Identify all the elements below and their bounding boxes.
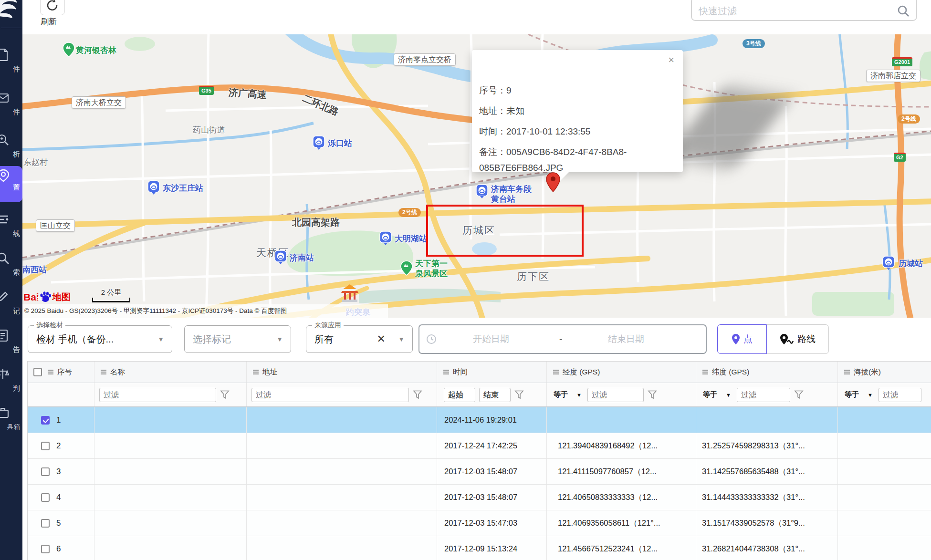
red-marker-pin[interactable] xyxy=(545,172,561,193)
header-address[interactable]: 地址 xyxy=(247,362,437,383)
longitude-filter-input[interactable] xyxy=(587,388,644,402)
row-number: 1 xyxy=(56,415,61,425)
source-app-select[interactable]: 来源应用 所有 ✕ ▼ xyxy=(306,325,413,353)
sidebar-item-timeline[interactable]: 线 xyxy=(0,212,22,246)
altitude-filter-input[interactable] xyxy=(879,388,921,402)
date-range-picker[interactable]: 开始日期 - 结束日期 xyxy=(418,324,707,354)
sidebar-item-toolbox[interactable]: 具箱 xyxy=(0,405,22,439)
map-label-station[interactable]: 济南车务段 黄台站 xyxy=(491,184,532,205)
map-label-station[interactable]: 济南站 xyxy=(290,253,314,263)
row-checkbox[interactable] xyxy=(41,519,50,528)
map-label-scenic[interactable]: 天下第一 泉风景区 xyxy=(415,259,448,279)
funnel-icon[interactable] xyxy=(413,390,422,399)
map-label-scenic[interactable]: 黄河银杏林 xyxy=(76,45,116,55)
green-poi-icon[interactable] xyxy=(400,260,413,276)
metro-station-icon[interactable] xyxy=(882,256,895,270)
header-latitude[interactable]: 纬度 (GPS) xyxy=(696,362,838,383)
clear-icon[interactable]: ✕ xyxy=(377,333,386,345)
map-label-interchange: 匡山立交 xyxy=(36,219,75,232)
map-canvas[interactable]: 黄河银杏林 济南天桥立交 G35 济广高速 二环北路 药山街道 泺口站 东沙王庄… xyxy=(22,34,931,318)
close-icon[interactable]: × xyxy=(668,54,674,66)
select-all-checkbox[interactable] xyxy=(33,368,42,376)
cell-altitude xyxy=(838,433,931,458)
row-checkbox[interactable] xyxy=(41,442,50,450)
header-altitude[interactable]: 海拔(米) xyxy=(838,362,931,383)
metro-station-icon[interactable] xyxy=(147,180,160,195)
chevron-down-icon[interactable]: ▼ xyxy=(157,335,164,343)
row-checkbox[interactable] xyxy=(41,493,50,502)
sidebar-item-judgment[interactable]: 判 xyxy=(0,367,22,400)
table-row[interactable]: 2 2017-12-24 17:42:25 121.39404839168492… xyxy=(28,433,931,459)
map-label-elevated-road: 北园高架路 xyxy=(292,217,340,228)
metro-station-icon[interactable] xyxy=(274,250,287,265)
sidebar-item-report[interactable]: 告 xyxy=(0,328,22,362)
cell-longitude: 121.4069356058611（121°... xyxy=(547,510,696,536)
map-label-station[interactable]: 东沙王庄站 xyxy=(163,183,203,193)
header-time[interactable]: 时间 xyxy=(437,362,547,383)
green-poi-icon[interactable] xyxy=(63,42,75,57)
row-checkbox[interactable] xyxy=(41,416,50,425)
time-start-input[interactable] xyxy=(444,388,475,402)
cell-address xyxy=(247,459,437,484)
table-row[interactable]: 1 2024-11-06 19:29:01 xyxy=(28,407,931,433)
popup-note: 备注：005A9CB6-84D2-4F47-8BA8- xyxy=(479,146,627,158)
header-longitude[interactable]: 经度 (GPS) xyxy=(547,362,696,383)
chevron-down-icon: ▼ xyxy=(868,392,873,398)
map-label-station[interactable]: 南西站 xyxy=(22,265,47,275)
sidebar-item-mail[interactable]: 件 xyxy=(0,91,22,124)
map-scale: 2 公里 xyxy=(92,288,130,302)
sidebar-item-file[interactable]: 件 xyxy=(0,48,22,81)
cell-name xyxy=(94,536,247,560)
metro-station-icon[interactable] xyxy=(476,184,488,199)
latitude-operator-select[interactable]: 等于▼ xyxy=(701,390,733,399)
quick-filter-input[interactable] xyxy=(692,2,897,17)
longitude-operator-select[interactable]: 等于▼ xyxy=(552,390,584,399)
name-filter-input[interactable] xyxy=(99,388,216,402)
table-row[interactable]: 4 2017-12-03 15:48:07 121.40650833333333… xyxy=(28,485,931,510)
filter-seq xyxy=(28,383,94,406)
sidebar-item-search[interactable]: 索 xyxy=(0,251,22,284)
metro-station-icon[interactable] xyxy=(313,135,325,150)
table-row[interactable]: 5 2017-12-03 15:47:03 121.4069356058611（… xyxy=(28,510,931,536)
view-route-button[interactable]: 路线 xyxy=(767,324,829,354)
time-end-input[interactable] xyxy=(479,388,511,402)
map-label-station[interactable]: 泺口站 xyxy=(328,138,352,148)
baidu-logo-ditu: 地图 xyxy=(52,291,71,303)
altitude-operator-select[interactable]: 等于▼ xyxy=(843,390,875,399)
address-filter-input[interactable] xyxy=(251,388,409,402)
cell-time: 2017-12-03 15:47:03 xyxy=(437,510,547,536)
sidebar-item-notes[interactable]: 记 xyxy=(0,290,22,323)
specimen-select[interactable]: 选择检材 检材 手机（备份... ▼ xyxy=(28,325,172,353)
funnel-icon[interactable] xyxy=(648,390,657,399)
table-row[interactable]: 6 2017-12-09 15:13:24 121.45667512523241… xyxy=(28,536,931,560)
marker-select[interactable]: 选择标记 ▼ xyxy=(184,325,291,353)
date-start-placeholder[interactable]: 开始日期 xyxy=(473,333,509,345)
funnel-icon[interactable] xyxy=(514,390,524,399)
row-checkbox[interactable] xyxy=(41,545,50,553)
funnel-icon[interactable] xyxy=(794,390,804,399)
filter-name xyxy=(94,383,247,406)
cell-name xyxy=(94,433,247,458)
chevron-down-icon: ▼ xyxy=(576,392,582,398)
header-name[interactable]: 名称 xyxy=(94,362,247,383)
search-icon[interactable] xyxy=(897,5,910,17)
view-point-button[interactable]: 点 xyxy=(717,324,767,354)
chevron-down-icon[interactable]: ▼ xyxy=(398,335,405,343)
funnel-icon[interactable] xyxy=(220,390,230,399)
map-label-village: 东赵村 xyxy=(23,157,48,167)
popup-seq: 序号：9 xyxy=(479,84,627,97)
header-seq[interactable]: 序号 xyxy=(28,362,94,383)
refresh-button[interactable] xyxy=(40,0,65,15)
chevron-down-icon[interactable]: ▼ xyxy=(276,335,283,343)
map-label-station[interactable]: 大明湖站 xyxy=(395,234,427,244)
cell-latitude: 31.252574598298313（31°... xyxy=(696,433,838,458)
map-label-interchange: 济南郭店立交 xyxy=(866,70,921,82)
sidebar-item-location[interactable]: 置 xyxy=(0,166,22,202)
latitude-filter-input[interactable] xyxy=(737,388,790,402)
metro-station-icon[interactable] xyxy=(379,231,392,246)
table-row[interactable]: 3 2017-12-03 15:48:07 121.41115097760857… xyxy=(28,459,931,485)
row-checkbox[interactable] xyxy=(41,467,50,476)
map-label-station[interactable]: 历城站 xyxy=(899,259,923,269)
date-end-placeholder[interactable]: 结束日期 xyxy=(608,333,644,345)
sidebar-item-analysis[interactable]: 析 xyxy=(0,133,22,166)
